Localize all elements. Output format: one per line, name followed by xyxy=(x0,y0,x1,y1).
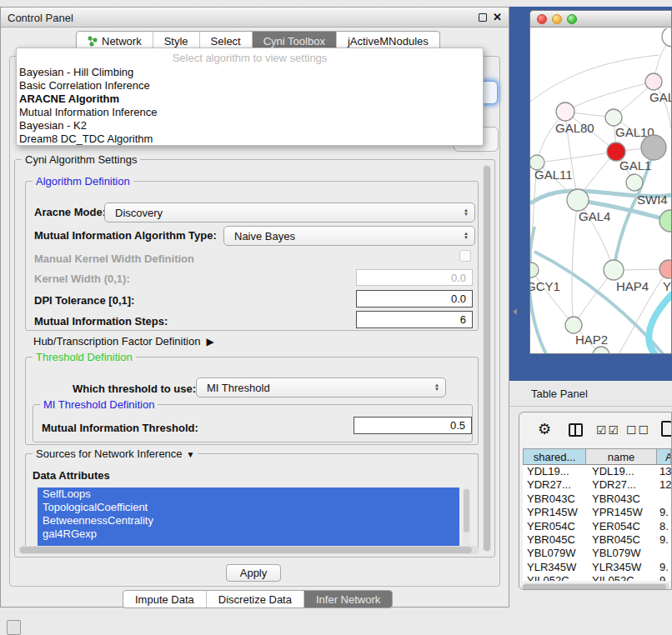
which-threshold-select[interactable]: MI Threshold ▲▼ xyxy=(196,378,446,398)
kernel-width-label: Kernel Width (0,1): xyxy=(34,272,130,285)
mi-threshold-definition-group: MI Threshold Definition Mutual Informati… xyxy=(33,404,473,442)
table-row[interactable]: YIL052CYIL052C9. xyxy=(523,574,671,581)
node-label: Y xyxy=(663,279,671,293)
control-panel-window: Control Panel ✕ Network Style Select Cyn… xyxy=(0,7,509,608)
table-cell: YDR27... xyxy=(586,478,657,492)
table-row[interactable]: YBR045CYBR045C9. xyxy=(523,533,671,547)
group-title: Cyni Algorithm Settings xyxy=(22,153,140,166)
scrollbar-thumb[interactable] xyxy=(484,166,490,551)
node-label: GCY1 xyxy=(530,279,560,293)
table-cell: 12 xyxy=(657,478,671,492)
network-node[interactable] xyxy=(662,28,672,47)
cyni-bottom-tabbar: Impute Data Discretize Data Infer Networ… xyxy=(123,590,393,608)
manual-kernel-checkbox[interactable] xyxy=(459,250,471,262)
network-node-y[interactable] xyxy=(659,260,672,278)
tab-impute-data[interactable]: Impute Data xyxy=(123,591,206,608)
aracne-mode-label: Aracne Mode: xyxy=(34,206,106,218)
algorithm-option[interactable]: Basic Correlation Inference xyxy=(17,79,483,92)
select-all-checkboxes-icon[interactable]: ☑☑ xyxy=(596,423,620,437)
attribute-list-item[interactable]: TopologicalCoefficient xyxy=(38,501,459,514)
algorithm-option[interactable]: ARACNE Algorithm xyxy=(17,92,483,106)
algorithm-option[interactable]: Dream8 DC_TDC Algorithm xyxy=(17,132,483,146)
table-row[interactable]: YDL19...YDL19...13 xyxy=(523,465,671,478)
table-row[interactable]: YBR043CYBR043C xyxy=(523,492,671,506)
table-cell: YIL052C xyxy=(586,574,657,581)
hub-definition-expander[interactable]: Hub/Transcription Factor Definition▶ xyxy=(33,335,214,348)
node-label: HAP4 xyxy=(616,279,649,293)
minimize-traffic-light[interactable] xyxy=(552,14,562,24)
sources-group: Sources for Network Inference▼ Data Attr… xyxy=(25,453,479,548)
table-row[interactable]: YBL079WYBL079W xyxy=(523,547,671,560)
mi-threshold-input[interactable]: 0.5 xyxy=(354,417,472,434)
network-node[interactable] xyxy=(641,135,666,160)
minimized-panel-icon[interactable] xyxy=(7,620,21,635)
settings-horizontal-scrollbar[interactable] xyxy=(18,546,479,554)
gear-icon[interactable]: ⚙ xyxy=(538,420,551,438)
table-cell: 9. xyxy=(657,574,671,581)
network-node-swi4[interactable] xyxy=(626,174,643,191)
group-title: MI Threshold Definition xyxy=(40,398,158,411)
network-node-gal80[interactable] xyxy=(556,102,574,121)
algorithm-dropdown-popup: Select algorithm to view settings Bayesi… xyxy=(16,48,484,146)
aracne-mode-select[interactable]: Discovery ▲▼ xyxy=(104,202,475,222)
tab-discretize-data[interactable]: Discretize Data xyxy=(206,591,303,608)
group-title[interactable]: Sources for Network Inference▼ xyxy=(33,448,198,460)
spinner-arrows-icon: ▲▼ xyxy=(434,383,445,392)
hub-definition-label: Hub/Transcription Factor Definition xyxy=(33,335,200,348)
algorithm-option[interactable]: Bayesian - K2 xyxy=(17,119,483,132)
network-node-hap2[interactable] xyxy=(565,317,582,333)
network-node-gal10[interactable] xyxy=(605,109,622,126)
scrollbar-thumb[interactable] xyxy=(523,584,666,590)
export-table-icon[interactable] xyxy=(661,421,672,437)
algorithm-option[interactable]: Mutual Information Inference xyxy=(17,106,483,119)
network-canvas[interactable]: GALGAL80GAL10GAL1GAL11SWI4GAL4GCY1HAP4YH… xyxy=(530,28,672,354)
close-traffic-light[interactable] xyxy=(537,14,547,24)
table-row[interactable]: YLR345WYLR345W9. xyxy=(523,561,671,574)
kernel-width-input[interactable]: 0.0 xyxy=(356,269,473,286)
close-icon[interactable]: ✕ xyxy=(493,11,502,23)
table-horizontal-scrollbar[interactable] xyxy=(522,583,669,590)
group-title: Threshold Definition xyxy=(33,351,136,363)
divider xyxy=(509,406,672,407)
table-row[interactable]: YDR27...YDR27...12 xyxy=(523,478,671,492)
network-node[interactable] xyxy=(659,210,672,232)
dpi-tolerance-input[interactable]: 0.0 xyxy=(356,290,473,308)
mi-algorithm-type-select[interactable]: Naive Bayes ▲▼ xyxy=(223,226,475,246)
collapse-down-icon: ▼ xyxy=(187,450,195,459)
network-node-hap4[interactable] xyxy=(604,260,624,280)
column-visibility-icon[interactable] xyxy=(569,423,583,437)
mi-threshold-label: Mutual Information Threshold: xyxy=(42,422,198,434)
mi-steps-input[interactable]: 6 xyxy=(356,311,473,328)
table-toolbar: ⚙ ☑☑ ☐☐ xyxy=(519,412,671,448)
scrollbar-thumb[interactable] xyxy=(464,489,469,532)
algorithm-option[interactable]: Bayesian - Hill Climbing xyxy=(17,66,483,79)
network-node[interactable] xyxy=(593,347,609,354)
attribute-list-item[interactable]: gal4RGexp xyxy=(38,528,459,541)
scrollbar-thumb[interactable] xyxy=(20,547,472,553)
selected-value: Discovery xyxy=(105,207,464,219)
column-header-name[interactable]: name xyxy=(586,448,657,465)
network-node-gcy1[interactable] xyxy=(530,262,539,278)
attributes-scrollbar[interactable] xyxy=(463,488,470,549)
network-node-gal[interactable] xyxy=(645,73,662,90)
apply-button[interactable]: Apply xyxy=(226,564,281,582)
tab-label: Impute Data xyxy=(135,593,194,606)
column-header-shared-name[interactable]: shared... xyxy=(523,448,586,465)
table-row[interactable]: YPR145WYPR145W9. xyxy=(523,506,671,519)
table-body: YDL19...YDL19...13YDR27...YDR27...12YBR0… xyxy=(523,465,671,581)
panel-splitter-collapse-icon[interactable] xyxy=(513,308,517,315)
deselect-all-checkboxes-icon[interactable]: ☐☐ xyxy=(626,423,650,437)
float-window-icon[interactable] xyxy=(479,13,487,22)
threshold-definition-group: Threshold Definition Which threshold to … xyxy=(25,357,479,445)
manual-kernel-label: Manual Kernel Width Definition xyxy=(34,252,194,265)
settings-vertical-scrollbar[interactable] xyxy=(483,164,491,552)
zoom-traffic-light[interactable] xyxy=(567,14,577,24)
table-cell: 9. xyxy=(657,533,671,547)
attribute-list-item[interactable]: BetweennessCentrality xyxy=(38,514,459,528)
spinner-arrows-icon: ▲▼ xyxy=(464,232,474,240)
table-row[interactable]: YER054CYER054C8. xyxy=(523,520,671,533)
column-header-partial[interactable]: A xyxy=(657,448,671,465)
tab-infer-network[interactable]: Infer Network xyxy=(303,591,392,608)
attribute-list-item[interactable]: SelfLoops xyxy=(38,488,459,501)
network-node-gal4[interactable] xyxy=(567,189,589,211)
